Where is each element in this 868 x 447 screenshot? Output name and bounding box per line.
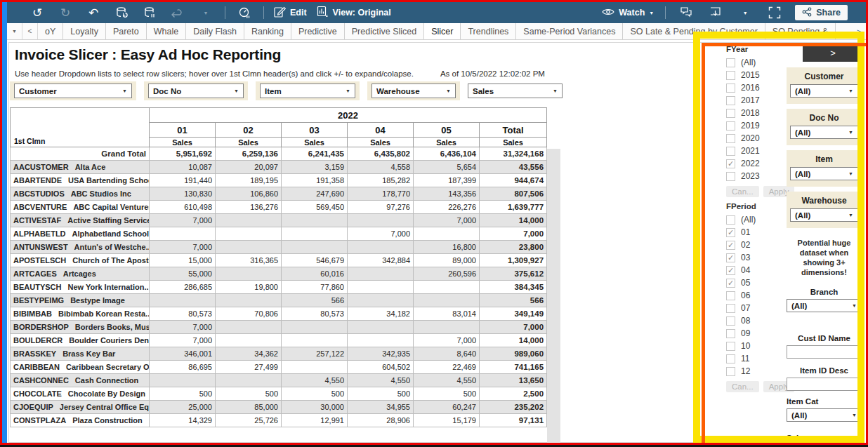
share-button[interactable]: Share: [795, 5, 848, 20]
metrics-gauge-icon[interactable]: [235, 5, 254, 20]
branch-dropdown[interactable]: (All)▼: [787, 299, 862, 312]
fperiod-option-10[interactable]: 10: [726, 340, 796, 352]
checkbox[interactable]: [726, 84, 735, 93]
checkbox-checked[interactable]: ✓: [726, 266, 735, 275]
fyear-option-all[interactable]: (All): [726, 56, 796, 69]
fperiod-option-02[interactable]: ✓02: [726, 239, 796, 251]
tab-same-period-variances[interactable]: Same-Period Variances: [516, 23, 623, 39]
fyear-option-2019[interactable]: 2019: [726, 119, 796, 132]
forward-caret-icon[interactable]: ▼: [197, 5, 215, 20]
fperiod-option-08[interactable]: 08: [726, 314, 796, 327]
tab-so-late-pending-by-customer[interactable]: SO Late & Pending by Customer: [623, 23, 765, 39]
tab-pareto[interactable]: Pareto: [106, 23, 147, 39]
checkbox[interactable]: [726, 354, 735, 363]
edit-button[interactable]: Edit: [274, 6, 307, 20]
fperiod-option-04[interactable]: ✓04: [726, 264, 796, 276]
fyear-option-2015[interactable]: 2015: [726, 69, 796, 81]
checkbox[interactable]: [726, 304, 735, 313]
fperiod-option-03[interactable]: ✓03: [726, 251, 796, 264]
fperiod-option-all[interactable]: (All): [726, 213, 796, 226]
tab-daily-flash[interactable]: Daily Flash: [186, 23, 244, 39]
fyear-option-2016[interactable]: 2016: [726, 81, 796, 94]
checkbox[interactable]: [726, 134, 735, 143]
fyear-option-2018[interactable]: 2018: [726, 107, 796, 119]
pause-updates-icon[interactable]: [140, 5, 159, 20]
checkbox[interactable]: [726, 58, 735, 67]
warehouse-filter-dropdown[interactable]: (All)▼: [790, 208, 858, 222]
checkbox[interactable]: [726, 215, 735, 225]
checkbox-checked[interactable]: ✓: [726, 228, 735, 237]
tab-predictive[interactable]: Predictive: [291, 23, 345, 39]
fperiod-option-07[interactable]: 07: [726, 302, 796, 314]
checkbox[interactable]: [726, 329, 735, 338]
comments-icon[interactable]: [677, 5, 695, 20]
fyear-cancel-button[interactable]: Can...: [726, 186, 759, 197]
checkbox-checked[interactable]: ✓: [726, 253, 735, 262]
checkbox[interactable]: [726, 147, 735, 156]
fyear-option-2021[interactable]: 2021: [726, 145, 796, 157]
chevron-down-icon: ▼: [122, 88, 127, 93]
sales-value-cell: [216, 334, 282, 347]
fyear-option-2022[interactable]: ✓2022: [726, 157, 796, 170]
sales-value-cell: 7,000: [414, 334, 480, 347]
refresh-data-icon[interactable]: [112, 5, 131, 20]
fperiod-option-01[interactable]: ✓01: [726, 226, 796, 239]
checkbox[interactable]: [726, 121, 735, 131]
download-caret-icon[interactable]: ▼: [736, 5, 754, 20]
checkbox[interactable]: [726, 291, 735, 300]
checkbox[interactable]: [726, 109, 735, 118]
collapse-panel-button[interactable]: >: [803, 44, 863, 62]
view-original-button[interactable]: View: Original: [317, 6, 391, 20]
checkbox[interactable]: [726, 342, 735, 351]
tab-scroll-right-button[interactable]: >: [853, 24, 865, 39]
tab-scroll-left-button[interactable]: <: [22, 23, 38, 39]
fyear-option-2020[interactable]: 2020: [726, 132, 796, 145]
watch-button[interactable]: Watch ▼: [602, 8, 654, 18]
tab-predictive-sliced[interactable]: Predictive Sliced: [345, 23, 424, 39]
fperiod-option-05[interactable]: ✓05: [726, 276, 796, 289]
redo-icon[interactable]: ↻: [56, 5, 74, 20]
vertical-scrollbar[interactable]: [547, 149, 560, 443]
undo-icon[interactable]: ↺: [28, 5, 46, 20]
customer-filter-dropdown[interactable]: (All)▼: [790, 84, 858, 98]
cust-id-name-input[interactable]: [787, 345, 862, 359]
tab-ranking[interactable]: Ranking: [244, 23, 291, 39]
fperiod-option-11[interactable]: 11: [726, 352, 796, 365]
checkbox-checked[interactable]: ✓: [726, 279, 735, 288]
fyear-option-2023[interactable]: 2023: [726, 170, 796, 182]
item-id-desc-input[interactable]: [787, 378, 862, 391]
customer-name: Antun's of Westche..: [74, 243, 150, 251]
checkbox[interactable]: [726, 367, 735, 376]
download-icon[interactable]: [706, 5, 725, 20]
item-dropdown[interactable]: Item▼: [260, 84, 355, 98]
doc-no-dropdown[interactable]: Doc No▼: [148, 84, 244, 98]
checkbox[interactable]: [726, 71, 735, 80]
checkbox[interactable]: [726, 96, 735, 105]
fperiod-option-12[interactable]: 12: [726, 365, 796, 378]
customer-dropdown[interactable]: Customer▼: [14, 84, 132, 98]
checkbox[interactable]: [726, 172, 735, 181]
warehouse-dropdown[interactable]: Warehouse▼: [371, 84, 456, 98]
tab-so-pending[interactable]: SO Pending &: [765, 23, 836, 39]
sales-dropdown[interactable]: Sales▼: [468, 84, 563, 98]
tab-menu-caret-icon[interactable]: ▼: [7, 23, 22, 39]
doc-no-filter-dropdown[interactable]: (All)▼: [790, 126, 858, 139]
tab-trendlines[interactable]: Trendlines: [461, 23, 516, 39]
item-cat-dropdown[interactable]: (All)▼: [787, 408, 862, 422]
checkbox[interactable]: [726, 316, 735, 326]
fperiod-option-09[interactable]: 09: [726, 327, 796, 340]
tab-whale[interactable]: Whale: [147, 23, 186, 39]
fperiod-cancel-button[interactable]: Can...: [726, 381, 759, 392]
item-filter-dropdown[interactable]: (All)▼: [790, 167, 858, 180]
tab-oy[interactable]: oY: [38, 23, 63, 39]
fullscreen-icon[interactable]: [765, 5, 784, 20]
forward-icon[interactable]: [169, 5, 187, 20]
tab-slicer[interactable]: Slicer: [424, 23, 461, 39]
checkbox-label: 2017: [741, 95, 760, 105]
fperiod-option-06[interactable]: 06: [726, 289, 796, 302]
tab-loyalty[interactable]: Loyalty: [63, 23, 106, 39]
checkbox-checked[interactable]: ✓: [726, 159, 735, 168]
checkbox-checked[interactable]: ✓: [726, 241, 735, 250]
revert-icon[interactable]: ↶: [84, 5, 103, 20]
fyear-option-2017[interactable]: 2017: [726, 94, 796, 107]
